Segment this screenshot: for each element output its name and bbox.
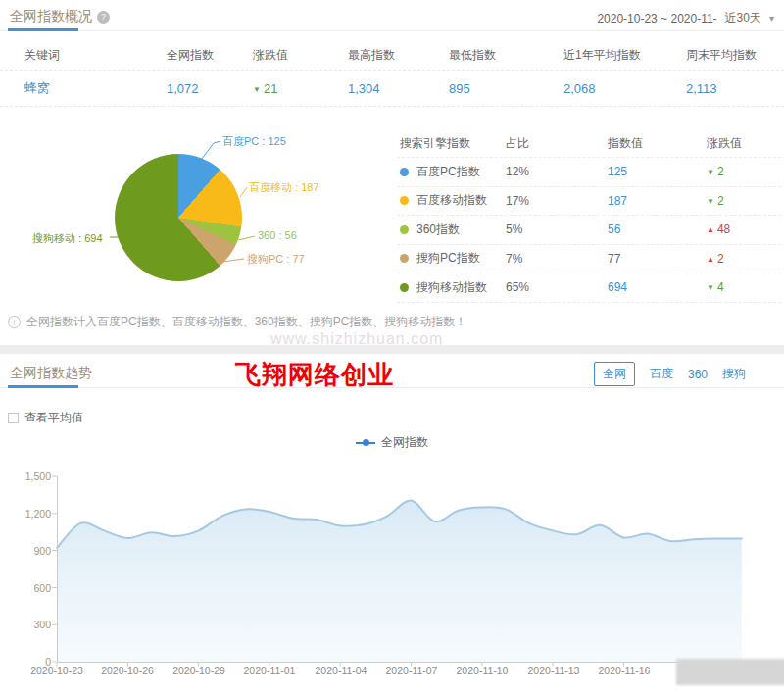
legend-dot-icon: [400, 168, 409, 176]
date-range-picker[interactable]: 2020-10-23 ~ 2020-11- 近30天 ▾: [597, 10, 774, 26]
average-checkbox[interactable]: [8, 413, 19, 423]
pie-label-sogou-pc: 搜狗PC : 77: [247, 252, 305, 267]
lowest-value: 895: [449, 81, 564, 96]
active-tab-underline: [8, 28, 78, 31]
trend-down-icon: ▼: [707, 168, 714, 176]
engine-tabs: 全网 百度 360 搜狗: [594, 362, 746, 386]
header-lowest: 最低指数: [449, 47, 564, 64]
overview-table-header: 关键词 全网指数 涨跌值 最高指数 最低指数 近1年平均指数 周末平均指数: [0, 41, 784, 71]
help-icon[interactable]: ?: [97, 11, 110, 24]
engine-name: 搜狗移动指数: [416, 280, 487, 294]
engine-share: 7%: [506, 252, 608, 266]
highest-value: 1,304: [348, 81, 449, 96]
pie-label-360: 360 : 56: [258, 229, 297, 241]
table-row: 搜狗移动指数 65% 694 ▼4: [397, 273, 781, 303]
legend-dot-icon: [400, 196, 409, 205]
note: ! 全网指数计入百度PC指数、百度移动指数、360指数、搜狗PC指数、搜狗移动指…: [8, 314, 466, 330]
page: 全网指数概况 ? 2020-10-23 ~ 2020-11- 近30天 ▾ 关键…: [0, 0, 784, 695]
table-row: 百度PC指数 12% 125 ▼2: [397, 158, 781, 187]
trend-down-icon: ▼: [707, 197, 714, 206]
engine-change: ▼2: [707, 165, 781, 178]
divider: [0, 30, 784, 31]
table-row: 蜂窝 1,072 ▼21 1,304 895 2,068 2,113: [0, 71, 784, 107]
tab-quanwang[interactable]: 全网: [594, 362, 635, 386]
engine-name: 百度PC指数: [416, 165, 480, 178]
area-fill: [57, 501, 742, 662]
header-value: 指数值: [608, 135, 707, 152]
header-year-avg: 近1年平均指数: [564, 47, 686, 64]
engine-change: ▼2: [707, 194, 781, 208]
engine-change: ▲48: [707, 223, 781, 236]
engine-value: 77: [608, 252, 707, 266]
pie-label-sogou-mobile: 搜狗移动 : 694: [32, 231, 103, 246]
x-axis-label: 2020-11-07: [386, 665, 438, 676]
overview-card: 全网指数概况 ? 2020-10-23 ~ 2020-11- 近30天 ▾ 关键…: [0, 0, 784, 345]
engine-name: 搜狗PC指数: [416, 251, 480, 265]
table-row: 360指数 5% 56 ▲48: [397, 216, 781, 245]
index-value: 1,072: [167, 81, 253, 96]
trend-down-icon: ▼: [707, 283, 714, 292]
tab-sogou[interactable]: 搜狗: [722, 366, 746, 382]
header-change: 涨跌值: [253, 47, 348, 64]
engine-change: ▼4: [707, 280, 781, 294]
x-axis-label: 2020-11-13: [528, 665, 580, 676]
range-label: 近30天: [725, 10, 761, 26]
header-engine: 搜索引擎指数: [400, 135, 506, 152]
engine-share: 17%: [506, 194, 608, 208]
x-axis-label: 2020-11-16: [599, 665, 651, 676]
legend-dot-icon: [400, 225, 409, 234]
weekend-avg-value: 2,113: [686, 81, 784, 96]
engine-share: 12%: [506, 165, 608, 178]
legend-dot-icon: [400, 254, 409, 263]
engine-name: 360指数: [416, 223, 460, 236]
faint-watermark: www.shizhizhuan.com: [270, 330, 443, 348]
tab-360[interactable]: 360: [688, 368, 708, 381]
trend-card: 全网指数趋势 飞翔网络创业 全网 百度 360 搜狗 查看平均值 全网指数 1,…: [0, 354, 784, 695]
engine-value: 187: [608, 194, 707, 208]
engine-value: 56: [608, 223, 707, 236]
tab-baidu[interactable]: 百度: [650, 366, 673, 382]
active-tab-underline: [8, 385, 78, 388]
note-icon: !: [8, 316, 21, 328]
page-title: 全网指数概况: [10, 8, 92, 25]
engine-table-header: 搜索引擎指数 占比 指数值 涨跌值: [397, 130, 781, 158]
trend-up-icon: ▲: [707, 225, 714, 234]
blurred-watermark: [676, 659, 784, 685]
trend-down-icon: ▼: [253, 85, 261, 94]
engine-table: 搜索引擎指数 占比 指数值 涨跌值 百度PC指数 12% 125 ▼2 百度移动…: [397, 130, 781, 303]
legend-line-icon: [356, 442, 375, 444]
pie-leader-lines: [0, 116, 392, 312]
engine-share: 5%: [506, 223, 608, 236]
engine-value: 694: [608, 280, 707, 294]
header-weekend-avg: 周末平均指数: [686, 47, 784, 64]
engine-change: ▲2: [707, 252, 781, 266]
keyword-link[interactable]: 蜂窝: [24, 79, 167, 97]
x-axis-label: 2020-10-26: [101, 665, 154, 676]
engine-share: 65%: [506, 280, 608, 294]
date-range-value: 2020-10-23 ~ 2020-11-: [597, 12, 716, 25]
header-change: 涨跌值: [707, 135, 781, 152]
red-watermark: 飞翔网络创业: [235, 358, 394, 392]
header-highest: 最高指数: [348, 47, 449, 64]
change-value: ▼21: [253, 81, 348, 96]
engine-share-pie: 百度PC : 125 百度移动 : 187 360 : 56 搜狗PC : 77…: [0, 116, 392, 312]
trend-up-icon: ▲: [707, 255, 714, 264]
engine-name: 百度移动指数: [416, 193, 487, 207]
x-axis-label: 2020-11-10: [457, 665, 509, 676]
header-keyword: 关键词: [24, 47, 167, 64]
header-share: 占比: [506, 135, 608, 152]
table-row: 搜狗PC指数 7% 77 ▲2: [397, 245, 781, 274]
x-axis-label: 2020-10-29: [172, 665, 225, 676]
average-checkbox-label: 查看平均值: [24, 410, 83, 426]
table-row: 百度移动指数 17% 187 ▼2: [397, 187, 781, 217]
x-axis-label: 2020-11-01: [244, 665, 296, 676]
pie-label-baidu-mobile: 百度移动 : 187: [249, 180, 319, 195]
trend-chart[interactable]: [0, 467, 784, 695]
x-axis-label: 2020-11-04: [316, 665, 368, 676]
overview-table: 关键词 全网指数 涨跌值 最高指数 最低指数 近1年平均指数 周末平均指数 蜂窝…: [0, 41, 784, 107]
chart-legend[interactable]: 全网指数: [0, 434, 784, 451]
year-avg-value: 2,068: [564, 81, 686, 96]
pie-label-baidu-pc: 百度PC : 125: [222, 134, 286, 149]
trend-title: 全网指数趋势: [10, 365, 92, 382]
header-index: 全网指数: [167, 47, 253, 64]
